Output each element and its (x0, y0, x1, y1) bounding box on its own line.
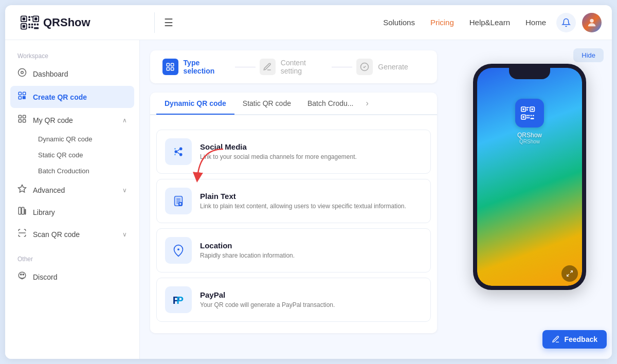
svg-point-17 (19, 69, 26, 77)
nav-solutions[interactable]: Solutions (383, 18, 415, 27)
sidebar-item-scan-qr[interactable]: Scan QR code ∨ (5, 223, 139, 245)
step-2-icon (260, 59, 276, 75)
svg-point-16 (590, 19, 593, 22)
paypal-desc: Your QR code will generate a PayPal tran… (200, 301, 422, 310)
phone-mockup: QRShow QRShow (473, 64, 586, 290)
qr-card-location[interactable]: Location Rapidly share location informat… (156, 228, 431, 272)
qr-type-cards: Social Media Link to your social media c… (150, 123, 437, 333)
svg-point-41 (179, 153, 183, 156)
svg-rect-22 (19, 115, 21, 118)
center-panel: Type selection Content setting (140, 40, 447, 359)
svg-rect-10 (31, 23, 33, 25)
step-3-text: Generate (378, 63, 408, 71)
step-divider-1 (235, 67, 256, 67)
qr-card-plain-text[interactable]: Plain Text Link to plain text content, a… (156, 179, 431, 223)
sidebar-item-label: Dashboard (33, 70, 127, 78)
sidebar-item-dynamic-qr[interactable]: Dynamic QR code (32, 131, 139, 147)
tab-more-button[interactable]: › (361, 93, 372, 114)
svg-rect-25 (23, 120, 26, 122)
avatar[interactable] (582, 13, 602, 32)
hide-button[interactable]: Hide (573, 48, 604, 62)
svg-rect-60 (522, 108, 524, 110)
svg-rect-34 (171, 63, 174, 66)
svg-rect-71 (528, 117, 530, 119)
sidebar-item-label: Create QR code (33, 93, 127, 101)
svg-rect-35 (167, 68, 170, 70)
sidebar-item-label: Scan QR code (33, 230, 116, 239)
plain-text-info: Plain Text Link to plain text content, a… (200, 192, 422, 211)
svg-rect-27 (19, 207, 21, 214)
library-icon (17, 206, 27, 218)
tab-static-qr[interactable]: Static QR code (234, 93, 299, 115)
svg-rect-1 (23, 17, 25, 20)
phone-screen: QRShow QRShow (477, 68, 582, 286)
qr-tabs: Dynamic QR code Static QR code Batch Cro… (150, 93, 437, 115)
nav-links: Solutions Pricing Help&Learn Home (383, 18, 546, 27)
svg-point-40 (179, 148, 183, 151)
qr-card-paypal[interactable]: P P PayPal Your QR code will generate a … (156, 278, 431, 322)
paypal-title: PayPal (200, 290, 422, 299)
paypal-info: PayPal Your QR code will generate a PayP… (200, 290, 422, 310)
sidebar-item-label: Discord (33, 273, 127, 281)
svg-rect-73 (533, 115, 534, 116)
svg-rect-69 (528, 115, 530, 116)
logo: QRShow (15, 15, 149, 30)
sidebar-item-discord[interactable]: Discord (5, 266, 139, 288)
svg-rect-70 (527, 117, 528, 119)
sidebar-item-dashboard[interactable]: Dashboard (5, 63, 139, 85)
svg-line-76 (567, 274, 569, 276)
sidebar-item-label: My QR code (33, 116, 116, 124)
chevron-up-icon: ∧ (122, 117, 127, 124)
svg-rect-8 (31, 16, 33, 17)
nav-pricing[interactable]: Pricing (430, 18, 454, 27)
svg-point-18 (21, 71, 24, 74)
scan-qr-icon (17, 228, 27, 240)
bell-icon (561, 18, 571, 27)
sidebar-item-my-qr[interactable]: My QR code ∧ (5, 109, 139, 131)
discord-icon (17, 271, 27, 283)
feedback-button[interactable]: Feedback (542, 330, 607, 349)
svg-point-39 (175, 150, 178, 153)
navbar-divider (154, 12, 155, 33)
svg-point-32 (23, 274, 24, 275)
svg-marker-26 (19, 185, 26, 192)
sidebar-item-static-qr[interactable]: Static QR code (32, 147, 139, 163)
phone-notch (509, 68, 550, 79)
notifications-button[interactable] (556, 13, 576, 32)
location-desc: Rapidly share location information. (200, 251, 422, 260)
phone-app-icon (515, 99, 544, 128)
step-2-text: Content setting (281, 59, 328, 75)
phone-app-name: QRShow (517, 132, 542, 139)
svg-rect-36 (171, 68, 174, 70)
sidebar-item-library[interactable]: Library (5, 201, 139, 223)
qr-card-social-media[interactable]: Social Media Link to your social media c… (156, 130, 431, 174)
svg-rect-5 (23, 25, 25, 27)
step-content-setting: Content setting (260, 59, 328, 75)
sidebar-item-batch[interactable]: Batch Croduction (32, 163, 139, 179)
plain-text-card-wrapper: Plain Text Link to plain text content, a… (156, 179, 431, 223)
svg-point-38 (172, 145, 185, 158)
svg-rect-28 (22, 207, 24, 214)
svg-rect-23 (23, 115, 26, 118)
svg-point-44 (174, 154, 176, 155)
navbar-icons (556, 13, 602, 32)
step-type-selection: Type selection (162, 59, 231, 75)
tab-batch[interactable]: Batch Crodu... (299, 93, 362, 115)
svg-rect-14 (37, 23, 39, 25)
svg-rect-24 (19, 120, 21, 122)
hamburger-button[interactable]: ☰ (160, 12, 177, 33)
nav-helplearn[interactable]: Help&Learn (469, 18, 510, 27)
tab-dynamic-qr[interactable]: Dynamic QR code (156, 93, 234, 115)
svg-rect-3 (34, 17, 37, 20)
sidebar-item-advanced[interactable]: Advanced ∨ (5, 179, 139, 201)
step-1-icon (162, 59, 178, 75)
nav-home[interactable]: Home (525, 18, 546, 27)
svg-rect-21 (19, 97, 21, 99)
navbar: QRShow ☰ Solutions Pricing Help&Learn Ho… (5, 5, 612, 40)
advanced-icon (17, 184, 27, 196)
workspace-label: Workspace (5, 48, 139, 63)
sidebar-item-create-qr[interactable]: Create QR code (10, 86, 134, 108)
svg-rect-64 (522, 116, 524, 118)
svg-rect-62 (531, 108, 533, 110)
step-divider-2 (332, 67, 352, 67)
